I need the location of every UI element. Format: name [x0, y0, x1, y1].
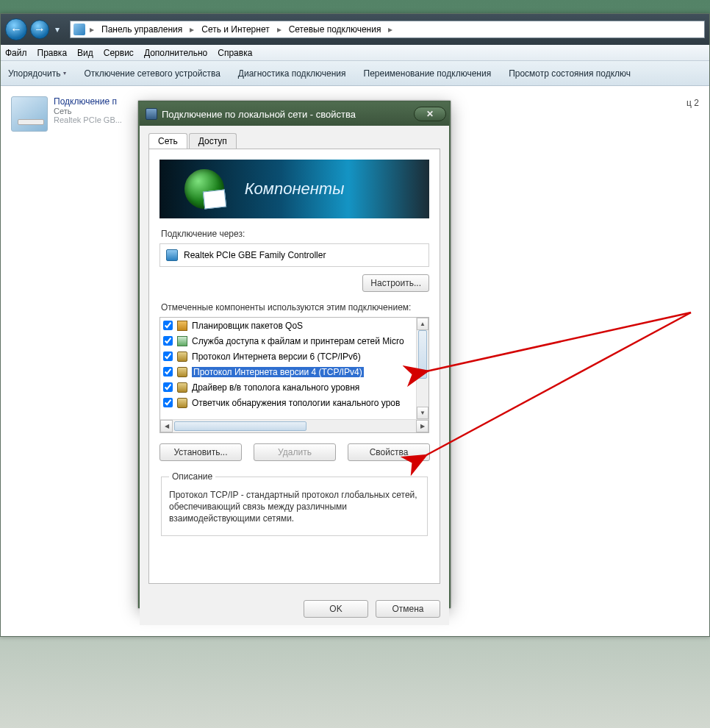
sched-icon	[177, 321, 187, 331]
components-banner: Компоненты	[159, 160, 429, 218]
scroll-up-icon[interactable]: ▲	[417, 318, 428, 330]
chevron-right-icon: ▸	[188, 24, 196, 35]
uninstall-button: Удалить	[254, 443, 336, 461]
connection-item-partial: ц 2	[686, 96, 699, 626]
proto-icon	[177, 382, 187, 393]
diagnose-button[interactable]: Диагностика подключения	[238, 68, 346, 79]
forward-button[interactable]: →	[30, 20, 49, 39]
proto-icon	[177, 398, 187, 408]
scroll-right-icon[interactable]: ▶	[416, 420, 428, 432]
proto-icon	[177, 367, 187, 377]
scroll-down-icon[interactable]: ▼	[417, 407, 428, 419]
tab-sharing[interactable]: Доступ	[189, 133, 237, 149]
component-checkbox[interactable]	[163, 398, 173, 407]
breadcrumb-item[interactable]: Панель управления	[98, 24, 185, 35]
component-label: Протокол Интернета версии 4 (TCP/IPv4)	[192, 367, 364, 377]
description-group: Описание Протокол TCP/IP - стандартный п…	[161, 471, 428, 536]
breadcrumb-item[interactable]: Сетевые подключения	[286, 24, 384, 35]
disable-device-button[interactable]: Отключение сетевого устройства	[84, 68, 220, 79]
scroll-thumb[interactable]	[418, 330, 427, 379]
checklist-icon	[203, 189, 226, 209]
network-adapter-icon	[11, 96, 48, 132]
component-item[interactable]: Протокол Интернета версии 6 (TCP/IPv6)	[160, 349, 416, 364]
proto-icon	[177, 351, 187, 362]
menu-advanced[interactable]: Дополнительно	[144, 48, 207, 58]
configure-button[interactable]: Настроить...	[362, 274, 429, 292]
breadcrumb-item[interactable]: Сеть и Интернет	[198, 24, 272, 35]
location-icon	[73, 24, 85, 35]
nic-icon	[166, 249, 178, 261]
component-item[interactable]: Планировщик пакетов QoS	[160, 318, 416, 333]
vertical-scrollbar[interactable]: ▲ ▼	[416, 318, 428, 419]
menu-view[interactable]: Вид	[77, 48, 93, 58]
chevron-right-icon: ▸	[387, 24, 394, 35]
component-label: Драйвер в/в тополога канального уровня	[192, 382, 359, 393]
components-label: Отмеченные компоненты используются этим …	[161, 302, 429, 313]
menu-file[interactable]: Файл	[5, 48, 27, 58]
component-checkbox[interactable]	[163, 336, 173, 346]
properties-dialog: Подключение по локальной сети - свойства…	[138, 101, 451, 608]
component-label: Служба доступа к файлам и принтерам сете…	[192, 336, 404, 346]
tab-panel-network: Компоненты Подключение через: Realtek PC…	[148, 149, 440, 584]
nav-history-dropdown[interactable]: ▾	[52, 18, 62, 40]
dialog-title: Подключение по локальной сети - свойства	[162, 109, 356, 120]
scroll-left-icon[interactable]: ◀	[160, 420, 173, 432]
component-label: Планировщик пакетов QoS	[192, 321, 303, 331]
component-item[interactable]: Протокол Интернета версии 4 (TCP/IPv4)	[160, 364, 416, 379]
connection-name: Подключение п	[54, 96, 122, 107]
component-label: Ответчик обнаружения топологии канальног…	[192, 398, 400, 408]
view-status-button[interactable]: Просмотр состояния подключ	[509, 68, 631, 79]
ok-button[interactable]: OK	[304, 600, 368, 618]
nav-chrome: ← → ▾ ▸ Панель управления ▸ Сеть и Интер…	[1, 14, 709, 45]
adapter-name: Realtek PCIe GBE Family Controller	[184, 250, 326, 260]
dialog-titlebar[interactable]: Подключение по локальной сети - свойства…	[140, 102, 449, 126]
description-text: Протокол TCP/IP - стандартный протокол г…	[169, 489, 420, 525]
component-item[interactable]: Драйвер в/в тополога канального уровня	[160, 379, 416, 395]
menu-help[interactable]: Справка	[218, 48, 252, 58]
menu-bar: Файл Правка Вид Сервис Дополнительно Спр…	[1, 45, 709, 61]
adapter-field: Realtek PCIe GBE Family Controller	[159, 243, 429, 267]
tab-strip: Сеть Доступ	[148, 132, 440, 149]
properties-button[interactable]: Свойства	[348, 443, 430, 461]
close-button[interactable]: ✕	[414, 107, 446, 121]
install-button[interactable]: Установить...	[159, 443, 242, 461]
component-checkbox[interactable]	[163, 367, 173, 377]
menu-tools[interactable]: Сервис	[104, 48, 134, 58]
cancel-button[interactable]: Отмена	[376, 600, 440, 618]
components-listbox[interactable]: Планировщик пакетов QoSСлужба доступа к …	[159, 317, 429, 433]
component-checkbox[interactable]	[163, 321, 173, 330]
component-checkbox[interactable]	[163, 351, 173, 361]
horizontal-scrollbar[interactable]: ◀ ▶	[160, 419, 428, 432]
address-bar[interactable]: ▸ Панель управления ▸ Сеть и Интернет ▸ …	[70, 21, 705, 38]
dialog-footer: OK Отмена	[140, 593, 449, 625]
menu-edit[interactable]: Правка	[37, 48, 68, 58]
description-heading: Описание	[169, 471, 215, 482]
command-bar: Упорядочить▾ Отключение сетевого устройс…	[1, 61, 709, 86]
connect-using-label: Подключение через:	[161, 229, 429, 239]
component-label: Протокол Интернета версии 6 (TCP/IPv6)	[192, 351, 361, 362]
connection-device: Realtek PCIe GB...	[54, 115, 122, 124]
back-button[interactable]: ←	[5, 18, 27, 40]
network-icon	[146, 108, 157, 120]
share-icon	[177, 336, 187, 346]
scroll-thumb[interactable]	[174, 421, 306, 431]
component-checkbox[interactable]	[163, 382, 173, 392]
chevron-right-icon: ▸	[88, 24, 96, 35]
chevron-right-icon: ▸	[276, 24, 283, 35]
close-icon: ✕	[426, 109, 434, 119]
banner-text: Компоненты	[245, 179, 345, 199]
component-item[interactable]: Ответчик обнаружения топологии канальног…	[160, 395, 416, 410]
connection-item[interactable]: Подключение п Сеть Realtek PCIe GB...	[11, 96, 136, 626]
tab-network[interactable]: Сеть	[148, 133, 187, 149]
connection-status: Сеть	[54, 107, 122, 115]
organize-button[interactable]: Упорядочить▾	[8, 68, 66, 79]
rename-button[interactable]: Переименование подключения	[364, 68, 492, 79]
component-item[interactable]: Служба доступа к файлам и принтерам сете…	[160, 333, 416, 349]
